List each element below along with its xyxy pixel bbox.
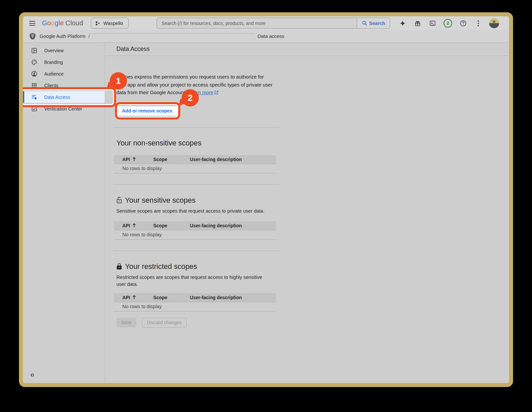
- section-description: Restricted scopes are scopes that reques…: [116, 274, 270, 288]
- scopes-table: API Scope User-facing description No row…: [114, 155, 276, 173]
- empty-row: No rows to display: [114, 230, 276, 240]
- overview-icon: [31, 48, 38, 54]
- lock-icon: [116, 263, 122, 270]
- browser-window: Google Cloud Waspello: [19, 12, 513, 387]
- cloud-shell-icon[interactable]: [429, 19, 437, 27]
- breadcrumb-separator: /: [88, 33, 255, 39]
- main-content: Data Access Scopes express the permissio…: [105, 43, 509, 383]
- search-icon: [362, 20, 367, 26]
- sidebar-item-label: Branding: [44, 60, 63, 65]
- sidebar-item-verification-center[interactable]: Verification Center: [23, 103, 105, 114]
- page-title: Data Access: [116, 46, 150, 53]
- logo-letter: e: [60, 19, 64, 27]
- apps-grid-icon: [31, 83, 38, 88]
- column-scope[interactable]: Scope: [153, 295, 190, 300]
- search-button-label: Search: [369, 21, 385, 26]
- add-or-remove-scopes-button[interactable]: Add or remove scopes: [116, 106, 178, 116]
- column-description[interactable]: User-facing description: [190, 295, 276, 300]
- section-description: Sensitive scopes are scopes that request…: [116, 208, 270, 215]
- sort-arrow-icon: [132, 157, 136, 161]
- project-selector[interactable]: Waspello: [91, 18, 129, 29]
- lock-open-icon: [116, 197, 122, 204]
- sidebar-item-label: Data Access: [44, 95, 70, 100]
- sidebar-item-overview[interactable]: Overview: [23, 45, 105, 56]
- page-title-bar: Data Access: [105, 43, 509, 56]
- help-icon[interactable]: [459, 19, 467, 27]
- divider: [113, 251, 279, 251]
- column-description[interactable]: User-facing description: [190, 157, 276, 162]
- breadcrumb: Google Auth Platform / Data access: [23, 30, 509, 43]
- section-title-text: Your sensitive scopes: [125, 196, 196, 205]
- breadcrumb-root[interactable]: Google Auth Platform: [40, 34, 85, 39]
- project-icon: [95, 21, 100, 26]
- column-api[interactable]: API: [114, 295, 153, 300]
- gemini-sparkle-icon[interactable]: [399, 19, 407, 27]
- column-scope[interactable]: Scope: [153, 223, 190, 228]
- breadcrumb-current: Data access: [258, 34, 284, 39]
- form-actions: Save Discard changes: [116, 318, 509, 327]
- auth-platform-shield-icon: [29, 33, 36, 40]
- more-vert-icon[interactable]: [474, 19, 482, 27]
- scopes-table: API Scope User-facing description No row…: [114, 293, 276, 311]
- annotation-step2-badge: 2: [182, 89, 199, 106]
- google-cloud-logo[interactable]: Google Cloud: [42, 19, 83, 27]
- section-title-text: Your non-sensitive scopes: [116, 139, 201, 147]
- topbar-icons: 2: [399, 18, 499, 28]
- sort-arrow-icon: [132, 223, 136, 228]
- sidebar: Overview Branding: [23, 43, 105, 383]
- empty-row: No rows to display: [114, 302, 276, 311]
- search-bar: Search: [157, 18, 390, 29]
- empty-row: No rows to display: [114, 164, 276, 173]
- logo-letter: G: [42, 19, 47, 27]
- active-sessions-badge[interactable]: 2: [444, 19, 452, 28]
- annotation-step1-badge: 1: [110, 72, 127, 90]
- sidebar-item-branding[interactable]: Branding: [23, 56, 105, 68]
- external-link-icon: [214, 91, 218, 95]
- sort-arrow-icon: [132, 295, 136, 300]
- gift-icon[interactable]: [414, 19, 422, 27]
- verified-checkbox-icon: [31, 106, 38, 111]
- project-name: Waspello: [103, 21, 123, 26]
- person-icon: [31, 71, 38, 77]
- sidebar-item-label: Overview: [44, 48, 64, 53]
- section-title: Your restricted scopes: [116, 262, 509, 271]
- restricted-scopes-section: Your restricted scopes Restricted scopes…: [116, 262, 509, 311]
- data-access-icon: [31, 94, 38, 100]
- column-api[interactable]: API: [114, 223, 153, 228]
- sidebar-item-clients[interactable]: Clients: [23, 80, 105, 91]
- screenshot-background: Google Cloud Waspello: [0, 0, 532, 412]
- column-scope[interactable]: Scope: [153, 157, 190, 162]
- column-api[interactable]: API: [114, 157, 153, 162]
- divider: [113, 127, 279, 127]
- menu-icon[interactable]: [28, 19, 36, 27]
- table-header: API Scope User-facing description: [114, 293, 276, 302]
- search-button[interactable]: Search: [357, 18, 390, 29]
- sidebar-item-audience[interactable]: Audience: [23, 68, 105, 80]
- logo-letter: o: [47, 19, 51, 27]
- collapse-sidebar-icon[interactable]: [30, 372, 35, 378]
- sensitive-scopes-section: Your sensitive scopes Sensitive scopes a…: [116, 196, 509, 240]
- column-description[interactable]: User-facing description: [190, 223, 276, 228]
- sidebar-item-label: Clients: [44, 83, 59, 88]
- top-app-bar: Google Cloud Waspello: [23, 16, 509, 30]
- avatar[interactable]: [489, 18, 499, 28]
- scopes-table: API Scope User-facing description No row…: [114, 221, 276, 240]
- window-content: Google Cloud Waspello: [23, 16, 509, 383]
- sidebar-item-label: Verification Center: [44, 106, 82, 111]
- logo-cloud-text: Cloud: [66, 19, 83, 27]
- search-input[interactable]: [157, 18, 357, 29]
- sidebar-item-label: Audience: [44, 71, 64, 77]
- save-button[interactable]: Save: [116, 318, 136, 327]
- section-title: Your non-sensitive scopes: [116, 139, 509, 147]
- palette-icon: [31, 59, 38, 65]
- logo-letter: o: [51, 19, 55, 27]
- discard-changes-button[interactable]: Discard changes: [142, 318, 187, 327]
- section-title: Your sensitive scopes: [116, 196, 509, 205]
- logo-letter: g: [55, 19, 58, 27]
- section-title-text: Your restricted scopes: [125, 262, 197, 271]
- table-header: API Scope User-facing description: [114, 221, 276, 230]
- sidebar-item-data-access[interactable]: Data Access: [23, 91, 105, 103]
- non-sensitive-scopes-section: Your non-sensitive scopes API Scope User…: [116, 139, 509, 173]
- divider: [113, 184, 279, 185]
- table-header: API Scope User-facing description: [114, 155, 276, 164]
